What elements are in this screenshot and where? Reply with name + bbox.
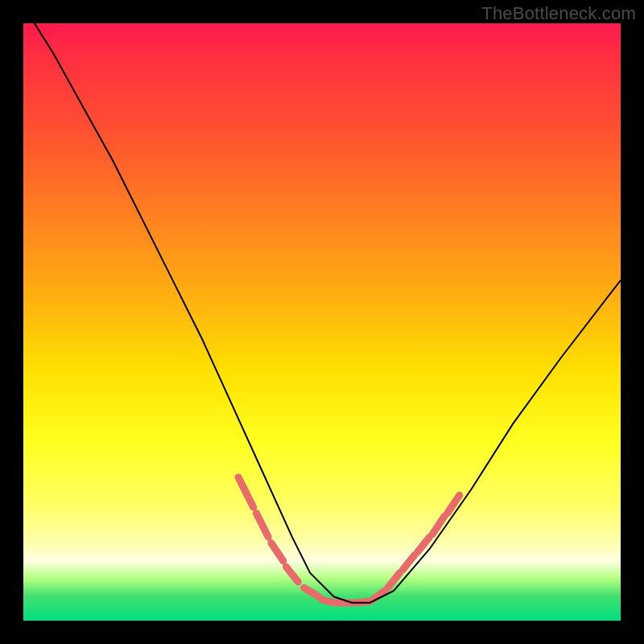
highlight-dash: [304, 588, 320, 597]
highlight-dash: [418, 537, 430, 552]
highlight-dash: [287, 567, 299, 582]
watermark-text: TheBottleneck.com: [481, 3, 636, 24]
highlight-dash: [238, 477, 254, 507]
highlight-dash: [448, 495, 460, 513]
bottleneck-curve-path: [23, 23, 621, 603]
highlight-dash: [271, 543, 283, 561]
bottleneck-chart: [23, 23, 621, 621]
highlight-dash: [256, 513, 268, 537]
highlight-dash: [322, 600, 334, 603]
highlight-layer: [238, 477, 460, 603]
